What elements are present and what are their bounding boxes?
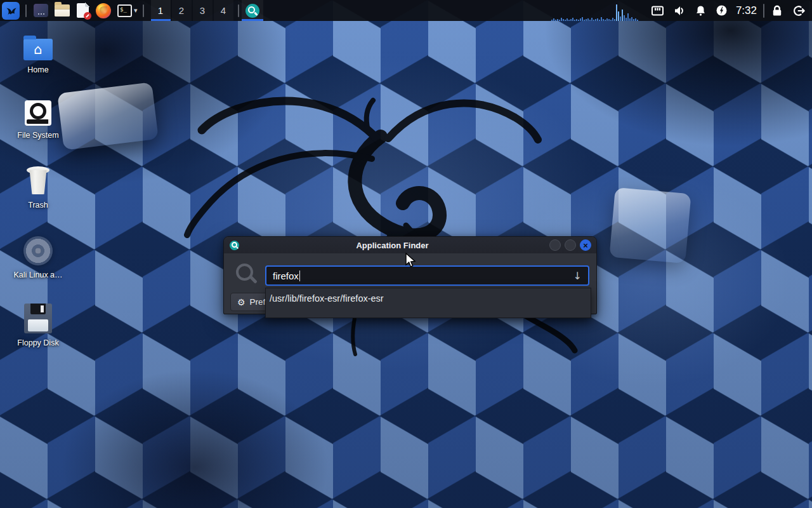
workspace-2[interactable]: 2 bbox=[172, 0, 192, 21]
power-manager-icon bbox=[716, 4, 728, 17]
app-finder-icon bbox=[230, 241, 239, 250]
top-panel: $_ ▾ 1 2 3 4 bbox=[0, 0, 812, 21]
screen-app-icon bbox=[34, 4, 48, 17]
text-editor-icon bbox=[77, 3, 89, 18]
desktop-icon-floppy-disk[interactable]: Floppy Disk bbox=[0, 304, 76, 347]
taskbar-app-finder[interactable] bbox=[242, 0, 263, 21]
desktop-icon-kali-linux[interactable]: Kali Linux a… bbox=[0, 236, 76, 279]
volume-tray-button[interactable] bbox=[673, 4, 686, 17]
volume-icon bbox=[673, 4, 686, 17]
glass-cube-decoration bbox=[609, 187, 691, 264]
completion-item[interactable]: /usr/lib/firefox-esr/firefox-esr bbox=[266, 288, 591, 308]
workspace-1[interactable]: 1 bbox=[151, 0, 171, 21]
search-icon bbox=[235, 263, 257, 284]
close-icon: × bbox=[583, 241, 588, 250]
kali-whisker-menu-icon bbox=[2, 2, 20, 20]
application-finder-window: Application Finder × firefox ↓ ⚙ Prefere… bbox=[223, 236, 597, 314]
desktop-icon-trash[interactable]: Trash bbox=[0, 166, 76, 210]
desktop-icon-label: File System bbox=[0, 131, 76, 140]
trash-icon bbox=[25, 166, 51, 196]
panel-separator bbox=[763, 4, 764, 18]
launcher-screen-app[interactable] bbox=[34, 4, 48, 17]
cpu-graph[interactable] bbox=[551, 0, 640, 21]
disc-icon bbox=[23, 236, 53, 265]
app-finder-icon bbox=[246, 4, 259, 18]
terminal-icon: $_ bbox=[117, 4, 132, 17]
completion-dropdown: /usr/lib/firefox-esr/firefox-esr bbox=[265, 288, 591, 318]
clock[interactable]: 7:32 bbox=[736, 4, 757, 17]
network-tray-button[interactable] bbox=[651, 4, 664, 17]
text-caret bbox=[299, 271, 301, 281]
lock-icon bbox=[771, 4, 783, 17]
panel-right-cluster: 7:32 bbox=[551, 0, 812, 21]
gear-icon: ⚙ bbox=[237, 297, 246, 307]
notifications-bell-icon bbox=[695, 4, 707, 17]
home-folder-icon: ⌂ bbox=[23, 39, 53, 60]
edit-badge-icon bbox=[84, 12, 91, 20]
hard-drive-icon bbox=[25, 100, 51, 126]
minimize-button[interactable] bbox=[549, 239, 561, 251]
floppy-disk-icon bbox=[24, 304, 52, 333]
desktop-icon-home[interactable]: ⌂ Home bbox=[0, 35, 76, 74]
window-title: Application Finder bbox=[239, 241, 546, 250]
launcher-terminal[interactable]: $_ ▾ bbox=[117, 4, 140, 17]
workspace-3[interactable]: 3 bbox=[193, 0, 213, 21]
house-glyph: ⌂ bbox=[23, 39, 53, 60]
search-input-value: firefox bbox=[273, 271, 299, 281]
workspace-switcher: 1 2 3 4 bbox=[150, 0, 234, 21]
desktop-icon-label: Floppy Disk bbox=[0, 338, 76, 347]
file-manager-icon bbox=[55, 4, 70, 17]
search-input[interactable]: firefox ↓ bbox=[265, 265, 589, 286]
launcher-text-editor[interactable] bbox=[77, 3, 89, 18]
network-icon bbox=[651, 4, 664, 17]
workspace-4[interactable]: 4 bbox=[214, 0, 233, 21]
logout-button[interactable] bbox=[792, 4, 806, 17]
close-button[interactable]: × bbox=[580, 239, 591, 251]
panel-separator bbox=[238, 4, 239, 17]
launcher-firefox[interactable] bbox=[96, 3, 111, 18]
desktop-wallpaper: ⌂ Home File System Trash Kali Linux a… F… bbox=[0, 0, 812, 508]
titlebar[interactable]: Application Finder × bbox=[224, 237, 596, 253]
desktop-icon-label: Home bbox=[0, 65, 76, 74]
whisker-menu-button[interactable] bbox=[0, 2, 22, 20]
maximize-button[interactable] bbox=[565, 239, 576, 251]
desktop-icon-label: Kali Linux a… bbox=[0, 271, 76, 279]
lock-screen-button[interactable] bbox=[771, 4, 783, 17]
panel-separator bbox=[143, 4, 144, 17]
notifications-tray-button[interactable] bbox=[695, 4, 707, 17]
dropdown-arrow-icon[interactable]: ↓ bbox=[573, 270, 582, 282]
desktop-icon-file-system[interactable]: File System bbox=[0, 100, 76, 140]
power-manager-tray-button[interactable] bbox=[716, 4, 728, 17]
firefox-icon bbox=[96, 3, 111, 18]
logout-icon bbox=[792, 4, 806, 17]
launcher-file-manager[interactable] bbox=[55, 4, 70, 17]
panel-separator bbox=[25, 4, 27, 17]
desktop-icon-label: Trash bbox=[0, 201, 76, 210]
chevron-down-icon[interactable]: ▾ bbox=[134, 6, 138, 15]
